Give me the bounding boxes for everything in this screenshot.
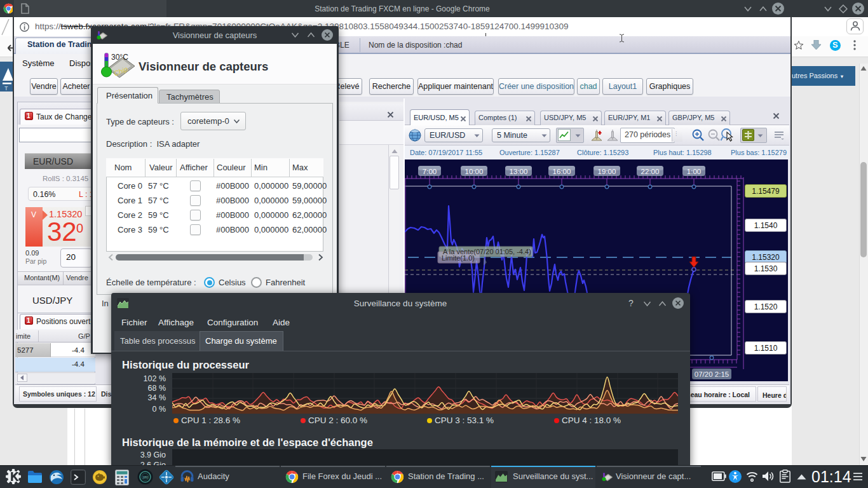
svg-text:T: T (4, 85, 8, 92)
svg-text:30°C: 30°C (111, 53, 128, 62)
svg-text:07/20 2:15: 07/20 2:15 (695, 370, 729, 378)
svg-text:16:00: 16:00 (553, 168, 571, 175)
svg-text:180: 180 (142, 475, 148, 479)
svg-text:7:00: 7:00 (423, 168, 437, 175)
svg-text:Limite(1.0): Limite(1.0) (442, 254, 475, 262)
svg-text:13:00: 13:00 (510, 168, 528, 175)
svg-text:10:00: 10:00 (465, 168, 484, 175)
svg-text:19:00: 19:00 (598, 168, 616, 175)
svg-text:22:00: 22:00 (641, 168, 660, 175)
svg-text:1:00: 1:00 (687, 168, 701, 175)
